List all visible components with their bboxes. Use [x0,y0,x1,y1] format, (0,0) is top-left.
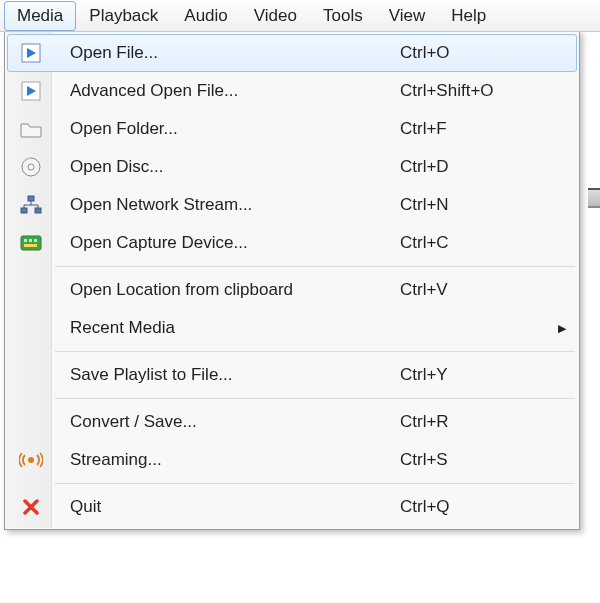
menu-item-open-disc[interactable]: Open Disc... Ctrl+D [7,148,577,186]
menu-view[interactable]: View [376,1,439,31]
menu-item-save-playlist[interactable]: Save Playlist to File... Ctrl+Y [7,356,577,394]
menu-item-shortcut: Ctrl+Y [400,365,548,385]
menubar-label: Tools [323,6,363,25]
disc-icon [8,156,54,178]
menu-item-open-file[interactable]: Open File... Ctrl+O [7,34,577,72]
svg-rect-6 [28,196,34,201]
menu-item-shortcut: Ctrl+Shift+O [400,81,548,101]
menu-item-recent-media[interactable]: Recent Media ▶ [7,309,577,347]
menu-item-advanced-open-file[interactable]: Advanced Open File... Ctrl+Shift+O [7,72,577,110]
menu-item-streaming[interactable]: Streaming... Ctrl+S [7,441,577,479]
menu-item-label: Open File... [54,43,400,63]
svg-point-5 [28,164,34,170]
menu-item-shortcut: Ctrl+C [400,233,548,253]
menu-item-label: Open Capture Device... [54,233,400,253]
svg-rect-12 [34,239,37,242]
menu-item-label: Open Location from clipboard [54,280,400,300]
menu-item-label: Streaming... [54,450,400,470]
menu-separator [55,266,575,267]
menu-item-label: Advanced Open File... [54,81,400,101]
menu-item-open-capture-device[interactable]: Open Capture Device... Ctrl+C [7,224,577,262]
play-file-icon [8,43,54,63]
menu-item-shortcut: Ctrl+N [400,195,548,215]
network-icon [8,195,54,215]
svg-rect-9 [21,236,41,250]
menubar-label: Video [254,6,297,25]
svg-rect-8 [35,208,41,213]
menu-item-shortcut: Ctrl+R [400,412,548,432]
menu-audio[interactable]: Audio [171,1,240,31]
stream-icon [8,451,54,469]
menu-item-label: Open Network Stream... [54,195,400,215]
menu-help[interactable]: Help [438,1,499,31]
menubar-label: View [389,6,426,25]
svg-rect-13 [24,244,37,247]
menu-item-shortcut: Ctrl+S [400,450,548,470]
menu-item-label: Open Disc... [54,157,400,177]
menu-item-shortcut: Ctrl+Q [400,497,548,517]
menubar-label: Media [17,6,63,25]
media-dropdown: Open File... Ctrl+O Advanced Open File..… [4,30,580,530]
folder-icon [8,120,54,138]
menu-item-label: Convert / Save... [54,412,400,432]
capture-icon [8,235,54,251]
menubar-label: Help [451,6,486,25]
menu-item-convert-save[interactable]: Convert / Save... Ctrl+R [7,403,577,441]
svg-rect-7 [21,208,27,213]
menu-video[interactable]: Video [241,1,310,31]
menu-separator [55,483,575,484]
menu-item-open-folder[interactable]: Open Folder... Ctrl+F [7,110,577,148]
menubar-label: Audio [184,6,227,25]
submenu-arrow-icon: ▶ [548,322,576,335]
menu-item-shortcut: Ctrl+D [400,157,548,177]
menubar-label: Playback [89,6,158,25]
svg-rect-11 [29,239,32,242]
menu-item-shortcut: Ctrl+V [400,280,548,300]
menu-separator [55,398,575,399]
menu-tools[interactable]: Tools [310,1,376,31]
menu-item-open-network-stream[interactable]: Open Network Stream... Ctrl+N [7,186,577,224]
background-window-edge [588,188,600,208]
svg-point-14 [28,457,34,463]
menu-item-quit[interactable]: Quit Ctrl+Q [7,488,577,526]
menu-playback[interactable]: Playback [76,1,171,31]
quit-icon [8,498,54,516]
svg-rect-10 [24,239,27,242]
menu-item-label: Quit [54,497,400,517]
menu-item-shortcut: Ctrl+O [400,43,548,63]
menu-item-open-location-clipboard[interactable]: Open Location from clipboard Ctrl+V [7,271,577,309]
menubar: Media Playback Audio Video Tools View He… [0,0,600,32]
menu-separator [55,351,575,352]
menu-item-label: Open Folder... [54,119,400,139]
menu-item-label: Recent Media [54,318,400,338]
play-file-icon [8,81,54,101]
menu-media[interactable]: Media [4,1,76,31]
menu-item-label: Save Playlist to File... [54,365,400,385]
menu-item-shortcut: Ctrl+F [400,119,548,139]
